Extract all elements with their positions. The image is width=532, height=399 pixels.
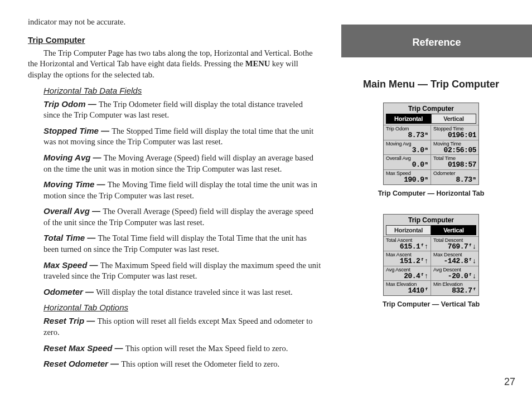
menu-key: MENU <box>245 59 270 68</box>
device-tab: Horizontal <box>386 114 431 124</box>
field-term: Stopped Time — <box>43 126 112 135</box>
field-para: Trip Odom — The Trip Odometer field will… <box>43 99 321 121</box>
field-term: Max Speed — <box>43 260 100 270</box>
cell-value: 151.2ᶠ↑ <box>386 257 428 265</box>
device-cell: Total Time0198:57 <box>431 154 478 169</box>
device-cell: Moving Avg3.0ᵐ <box>384 140 431 155</box>
field-para: Reset Trip — This option will reset all … <box>43 315 321 338</box>
field-para: Reset Odometer — This option will reset … <box>43 358 321 370</box>
field-term: Overall Avg — <box>43 206 103 216</box>
device-cell: Avg Ascent20.4ᶠ↑ <box>384 266 431 281</box>
field-term: Odometer — <box>43 287 96 296</box>
field-desc: This option will reset the Odometer fiel… <box>121 359 279 368</box>
cell-value: 0196:01 <box>433 132 476 139</box>
section-intro: The Trip Computer Page has two tabs alon… <box>28 48 321 81</box>
device-cell: Moving Time02:56:05 <box>431 140 478 155</box>
device-cell: Odometer8.73ᵐ <box>431 169 478 184</box>
field-desc: Will display the total distance traveled… <box>96 288 293 296</box>
field-para: Max Speed — The Maximum Speed field will… <box>43 260 321 282</box>
device-tab: Horizontal <box>386 225 431 235</box>
device-screenshot-horizontal: Trip Computer HorizontalVertical Trip Od… <box>383 103 479 185</box>
cell-value: 8.73ᵐ <box>433 176 476 184</box>
field-desc: This option will reset the Max Speed fie… <box>125 344 288 353</box>
cell-value: 0.0ᵐ <box>386 161 428 169</box>
main-text-column: indicator may not be accurate. Trip Comp… <box>0 0 332 399</box>
device-cell: Overall Avg0.0ᵐ <box>384 154 431 169</box>
device-cell: Max Elevation1410ᶠ <box>384 280 431 295</box>
device-cell: Max Ascent151.2ᶠ↑ <box>384 251 431 266</box>
horizontal-fields-title: Horizontal Tab Data Fields <box>43 85 321 96</box>
device-cell: Total Descent769.7ᶠ↓ <box>431 236 478 251</box>
field-term: Reset Max Speed — <box>43 343 125 353</box>
cell-value: 190.9ᵐ <box>386 176 428 184</box>
field-para: Moving Avg — The Moving Average (Speed) … <box>43 152 321 174</box>
page-subhead: Main Menu — Trip Computer <box>345 79 518 90</box>
field-para: Overall Avg — The Overall Average (Speed… <box>43 206 321 228</box>
cell-value: 615.1ᶠ↑ <box>386 243 428 251</box>
device-screenshot-vertical: Trip Computer HorizontalVertical Total A… <box>383 214 479 296</box>
sidebar-column: Reference Main Menu — Trip Computer Trip… <box>332 0 532 399</box>
cell-value: -142.8ᶠ↓ <box>433 257 476 265</box>
field-term: Total Time — <box>43 233 98 242</box>
device-tab: Vertical <box>431 114 476 124</box>
cell-value: 3.0ᵐ <box>386 147 428 154</box>
intro-fragment: indicator may not be accurate. <box>28 17 321 28</box>
cell-value: -20.0ᶠ↓ <box>433 273 476 280</box>
field-para: Total Time — The Total Time field will d… <box>43 232 321 255</box>
device-cell: Stopped Time0196:01 <box>431 125 478 140</box>
cell-value: 769.7ᶠ↓ <box>433 243 476 251</box>
cell-value: 0198:57 <box>433 161 476 169</box>
field-para: Stopped Time — The Stopped Time field wi… <box>43 125 321 148</box>
device-cell: Trip Odom8.73ᵐ <box>384 125 431 140</box>
caption-vertical: Trip Computer — Vertical Tab <box>345 300 518 308</box>
device-cell: Total Ascent615.1ᶠ↑ <box>384 236 431 251</box>
cell-value: 1410ᶠ <box>386 287 428 295</box>
field-term: Reset Trip — <box>43 316 97 325</box>
device-cell: Max Speed190.9ᵐ <box>384 169 431 184</box>
cell-value: 02:56:05 <box>433 147 476 154</box>
reference-bar: Reference <box>341 25 532 57</box>
field-term: Reset Odometer — <box>43 359 121 368</box>
field-para: Odometer — Will display the total distan… <box>43 286 321 298</box>
device-title: Trip Computer <box>384 103 478 114</box>
horizontal-options-title: Horizontal Tab Options <box>43 302 321 313</box>
field-para: Moving Time — The Moving Time field will… <box>43 179 321 201</box>
caption-horizontal: Trip Computer — Horizontal Tab <box>345 189 518 197</box>
device-cell: Min Elevation832.7ᶠ <box>431 280 478 295</box>
device-cell: Max Descent-142.8ᶠ↓ <box>431 251 478 266</box>
page-number: 27 <box>504 376 515 388</box>
field-para: Reset Max Speed — This option will reset… <box>43 343 321 354</box>
device-tab: Vertical <box>431 225 476 235</box>
field-term: Moving Time — <box>43 179 108 189</box>
device-title: Trip Computer <box>384 215 478 225</box>
cell-value: 8.73ᵐ <box>386 132 428 139</box>
cell-value: 20.4ᶠ↑ <box>386 273 428 280</box>
field-term: Moving Avg — <box>43 153 104 162</box>
field-term: Trip Odom — <box>43 99 99 109</box>
section-title: Trip Computer <box>28 35 321 46</box>
cell-value: 832.7ᶠ <box>433 287 476 295</box>
device-cell: Avg Descent-20.0ᶠ↓ <box>431 266 478 281</box>
